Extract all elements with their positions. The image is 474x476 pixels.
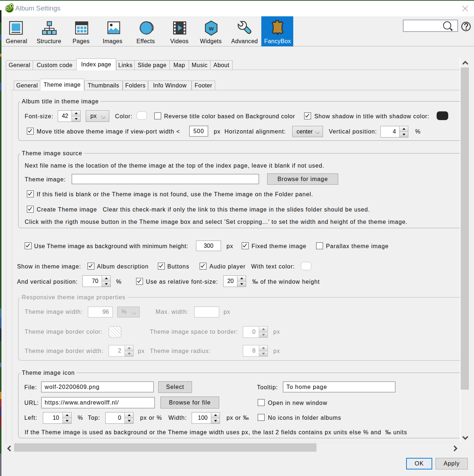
svg-text:w: w (208, 25, 214, 32)
